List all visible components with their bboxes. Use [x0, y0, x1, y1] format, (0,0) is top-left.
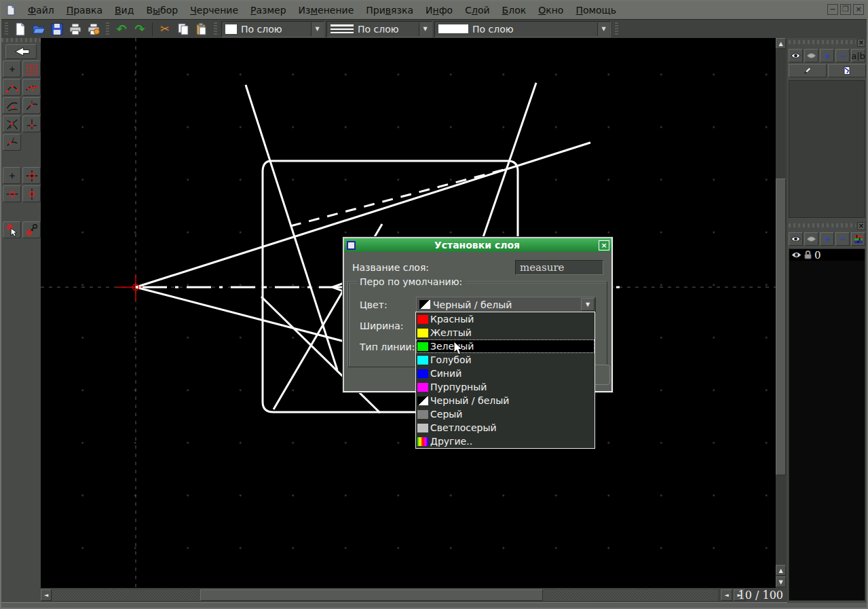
layer-attributes-button[interactable]	[851, 232, 865, 246]
chevron-down-icon[interactable]: ▼	[597, 22, 609, 36]
panel-close-button[interactable]: ×	[857, 39, 865, 47]
menu-snap[interactable]: Привязка	[360, 3, 419, 17]
add-layer-button[interactable]: +	[820, 232, 834, 246]
print-button[interactable]	[67, 21, 83, 37]
snap-center-button[interactable]	[3, 97, 21, 114]
new-file-button[interactable]	[12, 21, 29, 37]
add-block-button[interactable]: +	[820, 49, 834, 62]
scroll-up-button[interactable]: ▲	[776, 38, 786, 49]
menu-help[interactable]: Помощь	[569, 3, 622, 17]
remove-block-button[interactable]: −	[835, 49, 850, 62]
pen-linetype-combo[interactable]: По слою ▼	[434, 21, 611, 37]
hide-all-layers-button[interactable]	[804, 232, 818, 246]
menu-window[interactable]: Окно	[532, 3, 569, 17]
layer-row[interactable]: 0	[789, 249, 865, 261]
hide-all-blocks-button[interactable]	[804, 49, 818, 62]
color-option-others[interactable]: Другие..	[416, 435, 595, 448]
panel-grip[interactable]	[789, 223, 856, 227]
horizontal-scroll-thumb[interactable]	[200, 589, 543, 601]
menu-select[interactable]: Выбор	[140, 3, 184, 17]
restrict-vertical-button[interactable]	[22, 185, 41, 202]
menu-block[interactable]: Блок	[496, 3, 533, 17]
lock-relative-zero-button[interactable]	[3, 221, 21, 238]
rename-block-button[interactable]: a|b	[851, 49, 865, 62]
eye-open-icon[interactable]	[791, 251, 801, 259]
snap-free-button[interactable]	[3, 60, 21, 77]
snap-distance-button[interactable]	[3, 134, 21, 151]
toolbar-grip[interactable]	[615, 22, 618, 36]
pen-color-combo[interactable]: По слою ▼	[221, 21, 324, 37]
menu-file[interactable]: Файл	[22, 3, 60, 17]
snap-intersection-manual-button[interactable]	[22, 115, 41, 132]
insert-block-button[interactable]	[828, 64, 866, 77]
toolbar-grip[interactable]	[106, 22, 109, 36]
restore-button[interactable]: ❐	[840, 4, 851, 15]
restrict-nothing-button[interactable]	[3, 167, 21, 184]
plus-icon	[5, 62, 20, 77]
pen-width-combo[interactable]: По слою ▼	[326, 21, 432, 37]
snap-on-entity-button[interactable]	[22, 79, 41, 96]
color-option-magenta[interactable]: Пурпурный	[416, 380, 595, 394]
set-relative-zero-button[interactable]	[22, 221, 41, 238]
layer-list[interactable]: 0	[789, 248, 865, 601]
layer-name-input[interactable]: measure	[515, 260, 603, 275]
back-button[interactable]	[5, 44, 37, 59]
color-combo[interactable]: Черный / белый ▼	[416, 297, 596, 312]
panel-close-button[interactable]: ×	[857, 222, 865, 230]
scroll-down-button[interactable]: ▼	[776, 576, 786, 587]
color-option-blue[interactable]: Синий	[416, 367, 595, 380]
close-button[interactable]: ×	[853, 4, 864, 15]
redo-button[interactable]: ↷	[132, 21, 148, 37]
scroll-up-button-2[interactable]: ▲	[776, 565, 786, 576]
chevron-down-icon[interactable]: ▼	[311, 22, 323, 36]
menu-modify[interactable]: Изменение	[293, 3, 360, 17]
toolbar-grip[interactable]	[214, 22, 217, 36]
color-option-cyan[interactable]: Голубой	[416, 353, 595, 367]
vertical-scrollbar[interactable]: ▲ ▲ ▼	[776, 38, 786, 588]
edit-block-button[interactable]	[789, 64, 827, 77]
color-option-green[interactable]: Зеленый	[416, 339, 595, 353]
menu-draw[interactable]: Черчение	[184, 3, 244, 17]
snap-middle-button[interactable]	[22, 97, 41, 114]
minimize-button[interactable]: −	[827, 4, 838, 15]
color-option-gray[interactable]: Серый	[416, 407, 595, 421]
menu-view[interactable]: Вид	[109, 3, 140, 17]
restrict-horizontal-button[interactable]	[3, 185, 21, 202]
restrict-orthogonal-button[interactable]	[22, 167, 41, 184]
color-option-lightgray[interactable]: Светлосерый	[416, 421, 595, 435]
block-list[interactable]	[789, 80, 865, 218]
dialog-close-button[interactable]: ×	[599, 240, 609, 251]
vertical-scroll-thumb[interactable]	[776, 179, 786, 475]
snap-endpoints-button[interactable]	[3, 79, 21, 96]
snap-intersection-button[interactable]	[3, 115, 21, 132]
show-all-layers-button[interactable]	[789, 232, 803, 246]
menu-edit[interactable]: Правка	[60, 3, 109, 17]
scroll-left-button[interactable]: ◄	[41, 589, 52, 601]
color-option-blackwhite[interactable]: Черный / белый	[416, 394, 595, 407]
color-option-red[interactable]: Красный	[416, 312, 595, 326]
snap-grid-button[interactable]	[22, 60, 41, 77]
horizontal-scrollbar[interactable]	[52, 589, 718, 601]
show-all-blocks-button[interactable]	[789, 49, 803, 62]
cut-button[interactable]: ✂	[157, 21, 173, 37]
dialog-titlebar[interactable]: Установки слоя ×	[344, 238, 611, 252]
color-option-yellow[interactable]: Желтый	[416, 326, 595, 339]
chevron-down-icon[interactable]: ▼	[419, 22, 431, 36]
toolbar-grip[interactable]	[5, 22, 8, 36]
toolbar-grip[interactable]	[1, 38, 41, 42]
menu-info[interactable]: Инфо	[419, 3, 459, 17]
color-combo-swatch	[419, 300, 430, 309]
save-button[interactable]	[49, 21, 65, 37]
copy-button[interactable]	[175, 21, 191, 37]
menu-layer[interactable]: Слой	[459, 3, 495, 17]
undo-button[interactable]: ↶	[113, 21, 130, 37]
lock-icon[interactable]	[804, 251, 812, 259]
remove-layer-button[interactable]: −	[835, 232, 850, 246]
menu-dimension[interactable]: Размер	[244, 3, 293, 17]
page-prev-button[interactable]: ◄	[721, 589, 732, 601]
open-file-button[interactable]	[31, 21, 47, 37]
print-preview-button[interactable]	[86, 21, 102, 37]
paste-button[interactable]	[193, 21, 210, 37]
panel-grip[interactable]	[789, 40, 856, 44]
chevron-down-icon[interactable]: ▼	[581, 298, 595, 311]
